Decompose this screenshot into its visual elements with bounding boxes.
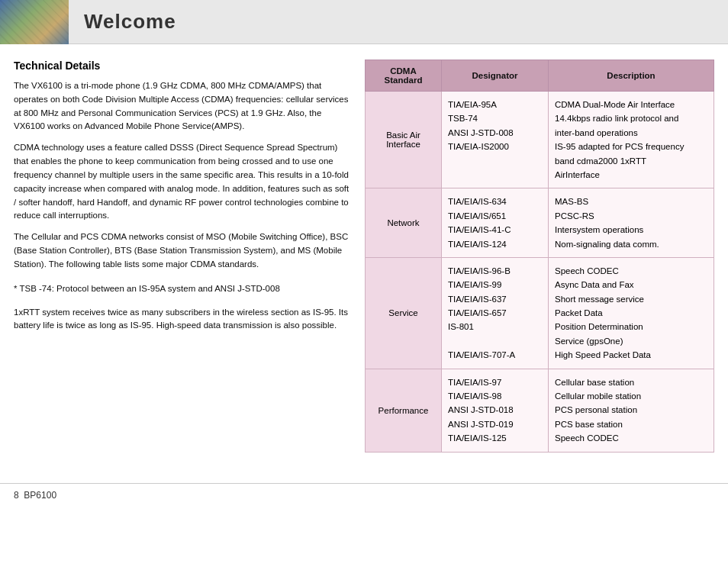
cdma-standards-table: CDMA Standard Designator Description Bas… [365,60,714,453]
col-header-description: Description [549,60,714,92]
main-content: Technical Details The VX6100 is a tri-mo… [0,44,728,468]
page-header: Welcome [0,0,728,44]
header-image [0,0,69,44]
model-name: BP6100 [24,490,56,501]
description-cell: MAS-BSPCSC-RSIntersystem operationsNom-s… [549,188,714,258]
right-column: CDMA Standard Designator Description Bas… [365,60,714,453]
paragraph-1: The VX6100 is a tri-mode phone (1.9 GHz … [14,79,350,134]
standard-cell: Performance [366,369,442,452]
header-title: Welcome [69,10,176,34]
designator-cell: TIA/EIA/IS-634TIA/EIA/IS/651TIA/EIA/IS-4… [442,188,549,258]
paragraph-3: The Cellular and PCS CDMA networks consi… [14,230,350,271]
designator-cell: TIA/EIA-95ATSB-74ANSI J-STD-008TIA/EIA-I… [442,92,549,188]
designator-cell: TIA/EIA/IS-97TIA/EIA/IS-98ANSI J-STD-018… [442,369,549,452]
standard-cell: Service [366,257,442,369]
description-cell: Cellular base station Cellular mobile st… [549,369,714,452]
standard-cell: Basic AirInterface [366,92,442,188]
description-cell: CDMA Dual-Mode Air Interface 14.4kbps ra… [549,92,714,188]
description-cell: Speech CODEC Async Data and Fax Short me… [549,257,714,369]
designator-cell: TIA/EIA/IS-96-BTIA/EIA/IS-99TIA/EIA/IS-6… [442,257,549,369]
col-header-designator: Designator [442,60,549,92]
table-row: Basic AirInterface TIA/EIA-95ATSB-74ANSI… [366,92,714,188]
page-footer: 8 BP6100 [0,483,728,507]
standard-cell: Network [366,188,442,258]
left-column: Technical Details The VX6100 is a tri-mo… [14,60,350,453]
table-row: Network TIA/EIA/IS-634TIA/EIA/IS/651TIA/… [366,188,714,258]
table-row: Service TIA/EIA/IS-96-BTIA/EIA/IS-99TIA/… [366,257,714,369]
page-number: 8 [14,490,19,501]
note-2: 1xRTT system receives twice as many subs… [14,306,350,333]
table-row: Performance TIA/EIA/IS-97TIA/EIA/IS-98AN… [366,369,714,452]
section-title: Technical Details [14,60,350,72]
paragraph-2: CDMA technology uses a feature called DS… [14,141,350,223]
col-header-standard: CDMA Standard [366,60,442,92]
note-1: * TSB -74: Protocol between an IS-95A sy… [14,282,350,295]
